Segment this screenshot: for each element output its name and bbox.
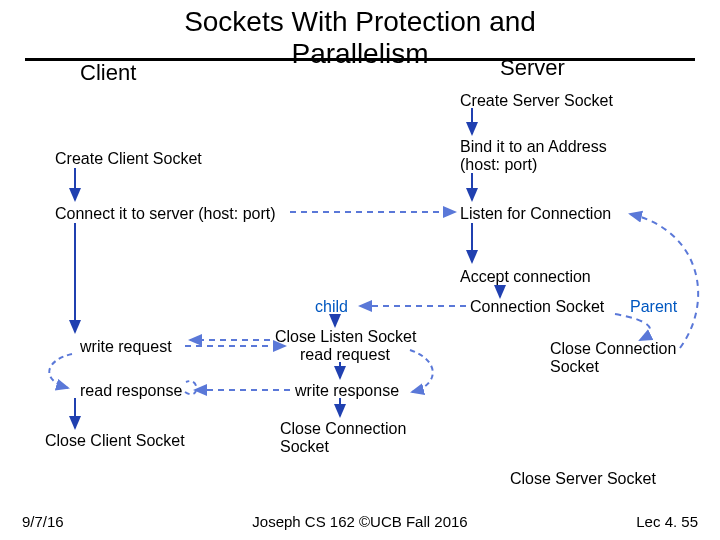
client-close: Close Client Socket [45, 432, 185, 450]
server-header: Server [500, 55, 565, 81]
child-label: child [315, 298, 348, 316]
server-accept: Accept connection [460, 268, 591, 286]
child-close-listen-line2: read request [300, 346, 390, 364]
child-close-listen-line1: Close Listen Socket [275, 328, 416, 346]
child-write-response: write response [295, 382, 399, 400]
server-connection-socket: Connection Socket [470, 298, 604, 316]
title-line2: Parallelism [292, 38, 429, 69]
parent-label: Parent [630, 298, 677, 316]
title-line1: Sockets With Protection and [184, 6, 536, 37]
footer-right: Lec 4. 55 [636, 513, 698, 530]
child-close-conn-line1: Close Connection [280, 420, 406, 438]
server-bind-line1: Bind it to an Address [460, 138, 607, 156]
client-connect: Connect it to server (host: port) [55, 205, 276, 223]
client-read-response: read response [80, 382, 182, 400]
client-create: Create Client Socket [55, 150, 202, 168]
server-close-conn-line2: Socket [550, 358, 599, 376]
server-bind-line2: (host: port) [460, 156, 537, 174]
server-close-server-socket: Close Server Socket [510, 470, 656, 488]
child-close-conn-line2: Socket [280, 438, 329, 456]
footer-center: Joseph CS 162 ©UCB Fall 2016 [0, 513, 720, 530]
server-listen: Listen for Connection [460, 205, 611, 223]
server-close-conn-line1: Close Connection [550, 340, 676, 358]
client-write-request: write request [80, 338, 172, 356]
server-create: Create Server Socket [460, 92, 613, 110]
client-header: Client [80, 60, 136, 86]
